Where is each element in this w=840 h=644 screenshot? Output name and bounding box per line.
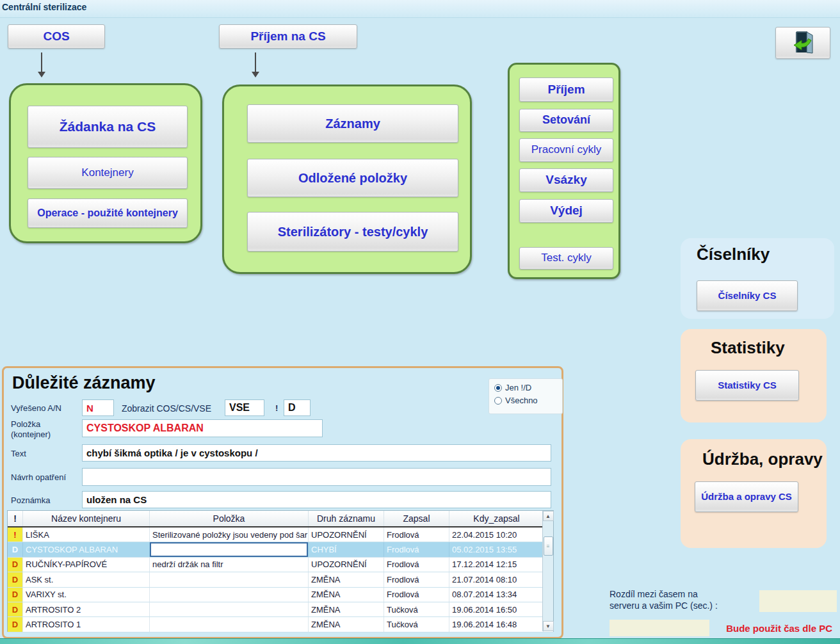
table-row[interactable]: DARTROSITO 1ZMĚNATučková19.06.2014 16:48	[8, 617, 553, 632]
cell-polozka[interactable]	[150, 602, 309, 616]
vyreseno-field[interactable]: N	[82, 399, 114, 416]
time-diff-label-line1: Rozdíl mezi časem na	[610, 589, 698, 599]
scroll-down-icon[interactable]: ▼	[543, 621, 554, 631]
cell-druh[interactable]: ZMĚNA	[309, 617, 384, 631]
cos-button[interactable]: COS	[8, 24, 105, 49]
table-row[interactable]: DASK st.ZMĚNAFrodlová21.07.2014 08:10	[8, 572, 553, 587]
excl-field[interactable]: D	[284, 399, 311, 416]
cell-polozka[interactable]	[150, 542, 309, 556]
ciselniky-cs-button[interactable]: Číselníky CS	[697, 280, 798, 311]
records-title: Důležité záznamy	[12, 373, 156, 393]
app-window: Centrální sterilizace COS Příjem na CS Ž…	[0, 0, 840, 644]
header-polozka[interactable]: Položka	[150, 511, 309, 526]
prijem-panel: Záznamy Odložené položky Sterilizátory -…	[222, 85, 472, 274]
cell-polozka[interactable]: Sterilizované položky jsou vedeny pod ša…	[150, 527, 309, 542]
cell-zapsal[interactable]: Frodlová	[384, 542, 449, 556]
radio-group: Jen !/DVšechno	[489, 378, 563, 414]
cell-zapsal[interactable]: Frodlová	[384, 572, 449, 586]
ciselniky-section: Číselníky Číselníky CS	[681, 238, 834, 319]
cell-kdy[interactable]: 17.12.2014 12:15	[449, 558, 544, 572]
cell-nazev[interactable]: ARTROSITO 2	[23, 602, 150, 616]
cell-nazev[interactable]: ASK st.	[23, 572, 150, 586]
cell-druh[interactable]: CHYBÍ	[309, 542, 384, 556]
zadanka-na-cs-button[interactable]: Žádanka na CS	[28, 106, 188, 148]
navrh-opatreni-field[interactable]	[82, 468, 551, 486]
scroll-up-icon[interactable]: ▲	[543, 511, 554, 521]
table-row[interactable]: DRUČNÍKY-PAPÍROVÉnedrží držák na filtrUP…	[8, 558, 553, 572]
exit-door-icon	[788, 30, 818, 56]
cell-kdy[interactable]: 19.06.2014 16:50	[449, 602, 544, 616]
zobrazit-field[interactable]: VSE	[225, 399, 264, 416]
cell-mark[interactable]: D	[8, 617, 23, 631]
sterilizatory-testy-cykly-button[interactable]: Sterilizátory - testy/cykly	[247, 212, 458, 252]
vertical-scrollbar[interactable]: ▲ ≡ ▼	[542, 511, 553, 631]
cell-nazev[interactable]: VARIXY st.	[23, 588, 150, 602]
udrzba-a-opravy-cs-button[interactable]: Údržba a opravy CS	[695, 481, 798, 512]
cell-druh[interactable]: ZMĚNA	[309, 572, 384, 586]
text-field[interactable]: chybí šikmá optika / je v cystoskopu /	[82, 444, 551, 462]
header-druh-zaznamu[interactable]: Druh záznamu	[309, 511, 384, 526]
cell-polozka[interactable]	[150, 588, 309, 602]
cell-zapsal[interactable]: Frodlová	[384, 527, 449, 542]
cell-mark[interactable]: D	[8, 602, 23, 616]
cell-kdy[interactable]: 21.07.2014 08:10	[449, 572, 544, 586]
time-diff-value-field[interactable]	[759, 590, 837, 612]
zobrazit-label: Zobrazit COS/CS/VSE	[122, 403, 211, 414]
statistiky-section: Statistiky Statistiky CS	[681, 329, 827, 423]
cell-nazev[interactable]: LIŠKA	[23, 527, 150, 542]
cell-druh[interactable]: UPOZORNĚNÍ	[309, 558, 384, 572]
table-row[interactable]: DARTROSITO 2ZMĚNATučková19.06.2014 16:50	[8, 602, 553, 617]
cell-polozka[interactable]	[150, 572, 309, 586]
table-row[interactable]: !LIŠKASterilizované položky jsou vedeny …	[8, 527, 553, 542]
radio-option[interactable]: Jen !/D	[494, 383, 558, 392]
arrow-down-icon	[41, 52, 42, 76]
cell-zapsal[interactable]: Tučková	[384, 602, 449, 616]
cell-polozka[interactable]	[150, 617, 309, 631]
time-diff-label-line2: serveru a vašim PC (sec.) :	[610, 600, 718, 611]
odlozene-polozky-button[interactable]: Odložené položky	[247, 159, 458, 197]
exit-button[interactable]	[775, 27, 830, 59]
zaznamy-button[interactable]: Záznamy	[247, 104, 458, 143]
operace-pouzite-kontejnery-button[interactable]: Operace - použité kontejnery	[28, 198, 188, 228]
cell-mark[interactable]: D	[8, 542, 23, 556]
cell-druh[interactable]: ZMĚNA	[309, 602, 384, 616]
udrzba-section: Údržba, opravy Údržba a opravy CS	[681, 439, 827, 548]
cell-mark[interactable]: D	[8, 572, 23, 586]
scrollbar-thumb[interactable]: ≡	[544, 536, 553, 556]
cell-kdy[interactable]: 19.06.2014 16:48	[449, 617, 544, 631]
cell-kdy[interactable]: 22.04.2015 10:20	[449, 527, 544, 542]
header-zapsal[interactable]: Zapsal	[384, 511, 449, 526]
pracovni-cykly-button[interactable]: Pracovní cykly	[519, 138, 613, 162]
header-kdy-zapsal[interactable]: Kdy_zapsal	[449, 511, 544, 526]
poznamka-field[interactable]: uložen na CS	[82, 491, 551, 508]
prijem-na-cs-button[interactable]: Příjem na CS	[219, 24, 357, 49]
header-mark[interactable]: !	[8, 511, 23, 526]
cell-nazev[interactable]: CYSTOSKOP ALBARAN	[23, 542, 150, 556]
vsazky-button[interactable]: Vsázky	[519, 168, 613, 192]
test-cykly-button[interactable]: Test. cykly	[519, 247, 613, 270]
prijem-button[interactable]: Příjem	[519, 77, 613, 102]
cell-mark[interactable]: D	[8, 558, 23, 572]
vydej-button[interactable]: Výdej	[519, 199, 613, 223]
radio-option[interactable]: Všechno	[494, 396, 558, 405]
cell-zapsal[interactable]: Frodlová	[384, 588, 449, 602]
kontejnery-button[interactable]: Kontejnery	[28, 157, 188, 189]
cell-druh[interactable]: UPOZORNĚNÍ	[309, 527, 384, 542]
cell-zapsal[interactable]: Frodlová	[384, 558, 449, 572]
polozka-field[interactable]: CYSTOSKOP ALBARAN	[82, 419, 323, 437]
cell-nazev[interactable]: ARTROSITO 1	[23, 617, 150, 631]
table-row[interactable]: DCYSTOSKOP ALBARANCHYBÍFrodlová05.02.201…	[8, 542, 553, 557]
cell-kdy[interactable]: 08.07.2014 13:34	[449, 588, 544, 602]
table-row[interactable]: DVARIXY st.ZMĚNAFrodlová08.07.2014 13:34	[8, 588, 553, 602]
cell-nazev[interactable]: RUČNÍKY-PAPÍROVÉ	[23, 558, 150, 572]
cell-druh[interactable]: ZMĚNA	[309, 588, 384, 602]
header-nazev-kontejneru[interactable]: Název kontejneru	[23, 511, 150, 526]
setovani-button[interactable]: Setování	[519, 109, 613, 132]
cell-kdy[interactable]: 05.02.2015 13:55	[449, 542, 544, 556]
inline-edit-field[interactable]	[150, 542, 308, 556]
statistiky-cs-button[interactable]: Statistiky CS	[695, 370, 799, 401]
cell-polozka[interactable]: nedrží držák na filtr	[150, 558, 309, 572]
cell-mark[interactable]: D	[8, 588, 23, 602]
cell-mark[interactable]: !	[8, 527, 23, 542]
cell-zapsal[interactable]: Tučková	[384, 617, 449, 631]
